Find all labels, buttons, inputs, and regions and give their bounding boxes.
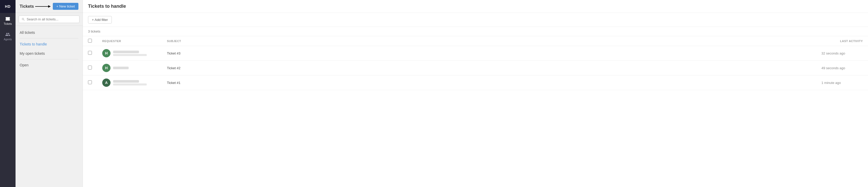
avatar: H — [102, 64, 111, 72]
table-header: REQUESTER SUBJECT LAST ACTIVITY — [83, 36, 868, 46]
main-header: Tickets to handle — [83, 0, 868, 13]
table-row[interactable]: A Ticket #1 1 minute ago — [83, 75, 868, 90]
table-row[interactable]: H Ticket #2 49 seconds ago — [83, 61, 868, 75]
sidebar-item-tickets-to-handle[interactable]: Tickets to handle — [16, 39, 83, 49]
subject-text: Ticket #1 — [167, 81, 180, 85]
activity-text: 32 seconds ago — [822, 51, 845, 55]
activity-cell: 1 minute ago — [816, 75, 868, 90]
table-row[interactable]: H Ticket #3 32 seconds ago — [83, 46, 868, 61]
search-icon — [22, 17, 25, 21]
subject-cell: Ticket #1 — [162, 75, 816, 90]
requester-info — [113, 80, 147, 85]
sidebar-item-all-tickets[interactable]: All tickets — [16, 28, 83, 37]
ticket-list: H Ticket #3 32 seconds ago H — [83, 46, 868, 90]
row-checkbox[interactable] — [88, 66, 92, 70]
requester-cell: H — [97, 61, 162, 75]
nav-item-tickets[interactable]: Tickets — [0, 13, 16, 28]
requester-cell: H — [97, 46, 162, 61]
nav-label-tickets: Tickets — [4, 23, 12, 25]
new-ticket-button[interactable]: + New ticket — [53, 3, 79, 10]
sidebar-item-my-open-tickets[interactable]: My open tickets — [16, 49, 83, 58]
app-logo: HD — [0, 0, 16, 13]
avatar: A — [102, 78, 111, 87]
activity-text: 1 minute ago — [822, 81, 841, 85]
requester-name-blur — [113, 51, 139, 53]
sidebar-header: Tickets + New ticket — [16, 0, 83, 13]
select-all-checkbox[interactable] — [88, 39, 92, 43]
page-title: Tickets to handle — [88, 4, 126, 9]
main-content: Tickets to handle + Add filter 3 tickets… — [83, 0, 868, 187]
col-header-checkbox — [83, 36, 97, 46]
row-checkbox-cell[interactable] — [83, 75, 97, 90]
avatar: H — [102, 49, 111, 57]
search-box — [16, 13, 83, 26]
requester-name-blur — [113, 67, 129, 69]
col-header-subject: SUBJECT — [162, 36, 816, 46]
sidebar-item-open[interactable]: Open — [16, 61, 83, 70]
row-checkbox-cell[interactable] — [83, 61, 97, 75]
activity-cell: 49 seconds ago — [816, 61, 868, 75]
activity-text: 49 seconds ago — [822, 66, 845, 70]
sidebar-title: Tickets — [20, 4, 34, 9]
requester-sub-blur — [113, 83, 147, 85]
sidebar-divider-2 — [20, 59, 79, 60]
row-checkbox[interactable] — [88, 80, 92, 84]
subject-text: Ticket #3 — [167, 51, 180, 55]
ticket-table: REQUESTER SUBJECT LAST ACTIVITY H — [83, 36, 868, 90]
requester-name-blur — [113, 80, 139, 83]
col-header-activity: LAST ACTIVITY — [816, 36, 868, 46]
svg-marker-1 — [48, 5, 51, 8]
subject-cell: Ticket #2 — [162, 61, 816, 75]
ticket-icon — [5, 16, 10, 22]
sidebar: Tickets + New ticket All tickets Tickets… — [16, 0, 83, 187]
sidebar-nav: All tickets Tickets to handle My open ti… — [16, 26, 83, 187]
search-input-wrap[interactable] — [19, 15, 80, 23]
col-header-requester: REQUESTER — [97, 36, 162, 46]
search-input[interactable] — [27, 17, 76, 21]
subject-cell: Ticket #3 — [162, 46, 816, 61]
row-checkbox-cell[interactable] — [83, 46, 97, 61]
add-filter-button[interactable]: + Add filter — [88, 16, 112, 24]
ticket-table-wrap: REQUESTER SUBJECT LAST ACTIVITY H — [83, 36, 868, 187]
activity-cell: 32 seconds ago — [816, 46, 868, 61]
subject-text: Ticket #2 — [167, 66, 180, 70]
arrow-indicator — [35, 4, 51, 9]
requester-info — [113, 51, 147, 56]
requester-info — [113, 67, 129, 69]
nav-rail: HD Tickets Agents — [0, 0, 16, 187]
nav-label-agents: Agents — [4, 38, 12, 41]
agents-icon — [5, 32, 10, 37]
nav-item-agents[interactable]: Agents — [0, 28, 16, 44]
ticket-count: 3 tickets — [83, 27, 868, 36]
requester-cell: A — [97, 75, 162, 90]
requester-sub-blur — [113, 54, 147, 56]
row-checkbox[interactable] — [88, 51, 92, 55]
filter-bar: + Add filter — [83, 13, 868, 27]
